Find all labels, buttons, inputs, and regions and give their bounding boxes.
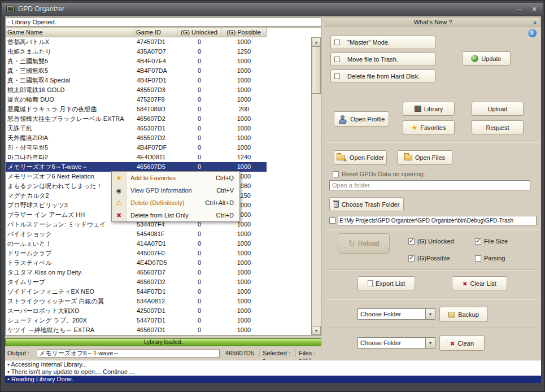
dropdown-arrow-icon[interactable]: ▼ — [425, 338, 435, 348]
info-icon[interactable]: i — [528, 29, 537, 37]
upload-button[interactable]: Upload — [472, 102, 524, 116]
table-row[interactable]: スーパーロボット大戦XO 425007D1 0 1000 — [6, 306, 311, 316]
table-row[interactable]: シューティング ラブ。200X 544707D1 0 1000 — [6, 316, 311, 325]
checkbox-icon[interactable] — [475, 255, 481, 262]
backup-folder-dropdown[interactable]: Choose Folder ▼ — [357, 308, 435, 320]
cell-game-id: 465607D2 — [134, 114, 177, 124]
cell-possible: 1000 — [221, 297, 267, 306]
parse-option-label: (G)Possible — [417, 255, 450, 262]
table-row[interactable]: 旋光の輪舞 DUO 475207F9 0 1000 — [6, 95, 311, 104]
table-row[interactable]: 怒首領蜂大往生ブラックレーベル EXTRA 465607D2 0 1000 — [6, 114, 311, 124]
table-row[interactable]: ドリームクラブ 445007F0 0 1000 — [6, 249, 311, 258]
open-folder-input[interactable] — [329, 180, 530, 190]
table-row[interactable]: 真・三國無雙5 4B4F07E4 0 1000 — [6, 56, 311, 66]
checkbox-icon[interactable] — [408, 255, 415, 262]
checkbox-icon[interactable] — [333, 171, 339, 177]
mode-toggle-button[interactable]: "Master" Mode. — [330, 36, 435, 49]
table-row[interactable]: ケツイ ～絆地獄たち～ EXTRA 465607D1 0 1000 — [6, 325, 311, 335]
trash-path-checkbox[interactable] — [329, 217, 335, 224]
table-row[interactable]: 真・三國無双5 4B4F07DA 0 1000 — [6, 66, 311, 76]
table-row[interactable]: 首都高バトルX 474507D1 0 1000 — [6, 37, 311, 47]
clean-button[interactable]: Clean — [439, 336, 485, 351]
context-menu-icon — [112, 184, 127, 197]
choose-trash-folder-button[interactable]: Choose Trash Folder — [329, 197, 404, 211]
mode-toggle-button[interactable]: Move file to Trash. — [330, 53, 435, 66]
close-button[interactable]: ✕ — [527, 5, 541, 14]
mode-toggle-button[interactable]: Delete file from Hard Disk. — [330, 69, 435, 83]
table-row[interactable]: 마그나카르타2 4E4D0811 0 1240 — [6, 153, 311, 162]
column-header[interactable]: Game Name — [6, 28, 134, 37]
cell-unlocked: 0 — [177, 258, 221, 268]
cell-filler — [267, 229, 311, 239]
checkbox-icon[interactable] — [475, 238, 481, 245]
table-row[interactable]: 天誅千乱 465307D1 0 1000 — [6, 124, 311, 133]
reset-gpds-checkbox[interactable]: Reset GPDs Data on opening. — [333, 171, 425, 177]
table-row[interactable]: ストライクウィッチーズ 白銀の翼 534A0812 0 1000 — [6, 297, 311, 306]
dropdown-arrow-icon[interactable]: ▼ — [425, 309, 435, 319]
open-folder-button[interactable]: + Open Folder — [334, 150, 387, 165]
table-row[interactable]: トラスティベル 4E4D07D5 0 1000 — [6, 258, 311, 268]
scrollbar-thumb[interactable] — [312, 46, 321, 94]
context-menu-label: View GPD Information — [127, 187, 216, 194]
open-profile-button[interactable]: + Open Profile — [334, 111, 389, 127]
cell-game-name: 마그나카르타2 — [6, 153, 134, 162]
context-menu-item[interactable]: Delete (Definitively) Ctrl+Alt+D — [112, 197, 239, 209]
parse-option-checkbox[interactable]: Parsing — [475, 255, 505, 262]
request-button[interactable]: Request — [472, 120, 524, 134]
red-x-icon — [450, 340, 455, 347]
cell-game-name: 虫姫さまふたり — [6, 47, 134, 56]
clear-list-button[interactable]: Clear List — [452, 276, 507, 290]
column-header[interactable]: (G) Unlocked — [177, 28, 221, 37]
parse-option-checkbox[interactable]: File Size — [475, 238, 508, 245]
table-row[interactable]: 진・삼국무쌍5 4B4F07DF 0 1000 — [6, 143, 311, 153]
table-row[interactable]: 天外魔境ZIRIA 465507D2 0 1000 — [6, 133, 311, 143]
table-row[interactable]: 桃太郎電鉄16 GOLD 485507D3 0 1000 — [6, 85, 311, 95]
open-folder-label: Open Folder — [350, 154, 384, 161]
column-header[interactable]: (G) Possible — [221, 28, 267, 37]
log-line: • Accessing Internal Library... — [5, 361, 541, 368]
context-menu-item[interactable]: View GPD Information Ctrl+V — [112, 184, 239, 197]
chevron-down-icon[interactable]: » — [531, 21, 539, 24]
library-button[interactable]: Library — [403, 102, 455, 116]
cell-possible: 1000 — [221, 325, 267, 335]
table-row[interactable]: のーふぇいと！ 414A07D1 0 1000 — [6, 239, 311, 249]
cell-game-id: 465607D7 — [134, 268, 177, 277]
backup-button[interactable]: Backup — [439, 307, 488, 322]
export-icon — [368, 280, 373, 286]
table-row[interactable]: メモリーズオフ6～T-wave～ 465607D5 0 1000 — [6, 162, 311, 172]
cell-unlocked: 0 — [177, 229, 221, 239]
table-row[interactable]: 虫姫さまふたり 435A07D7 0 1250 — [6, 47, 311, 56]
vertical-scrollbar[interactable]: ▲ ▼ — [311, 37, 321, 335]
reload-button[interactable]: Reload — [338, 233, 390, 254]
whats-new-bar[interactable]: What's New ? » — [325, 18, 541, 27]
cell-filler — [267, 76, 311, 85]
open-files-button[interactable]: Open Files — [397, 150, 452, 165]
parse-option-checkbox[interactable]: (G) Unlocked — [408, 238, 454, 245]
table-row[interactable]: ゾイドインフィニティEX NEO 544F07D1 0 1000 — [6, 287, 311, 297]
cell-game-name: 天外魔境ZIRIA — [6, 133, 134, 143]
trash-path-field[interactable]: E:\My Projects\GPD Organizer\GPD Organiz… — [338, 216, 537, 225]
column-header[interactable]: Game ID — [134, 28, 177, 37]
table-row[interactable]: タイムリープ 465607D2 0 1000 — [6, 277, 311, 287]
scroll-down-icon[interactable]: ▼ — [312, 326, 321, 335]
minimize-button[interactable]: — — [512, 5, 526, 14]
context-menu-item[interactable]: Add to Favorites Ctrl+Q — [112, 172, 239, 184]
parse-option-checkbox[interactable]: (G)Possible — [408, 255, 450, 262]
table-row[interactable]: 真・三國無双4 Special 4B4F07D1 0 1000 — [6, 76, 311, 85]
update-button[interactable]: Update — [462, 51, 511, 66]
context-menu-item[interactable]: Delete from List Only Ctrl+D — [112, 209, 239, 221]
cell-unlocked: 0 — [177, 47, 221, 56]
favorites-button[interactable]: Favorites — [403, 120, 455, 134]
table-row[interactable]: バイオショック 5454081F 0 1000 — [6, 229, 311, 239]
clean-folder-dropdown[interactable]: Choose Folder ▼ — [357, 337, 435, 349]
scroll-up-icon[interactable]: ▲ — [312, 37, 321, 46]
toggle-square-icon — [334, 56, 340, 62]
cell-game-name: 真・三國無双5 — [6, 66, 134, 76]
red-x-icon — [463, 280, 467, 287]
table-row[interactable]: 悪魔城ドラキュラ 月下の夜想曲 5841089D 0 200 — [6, 104, 311, 114]
cell-unlocked: 0 — [177, 66, 221, 76]
divider — [327, 327, 539, 328]
export-list-button[interactable]: Export List — [357, 276, 415, 290]
table-row[interactable]: タユタマ-Kiss on my Deity- 465607D7 0 1000 — [6, 268, 311, 277]
checkbox-icon[interactable] — [408, 238, 415, 245]
